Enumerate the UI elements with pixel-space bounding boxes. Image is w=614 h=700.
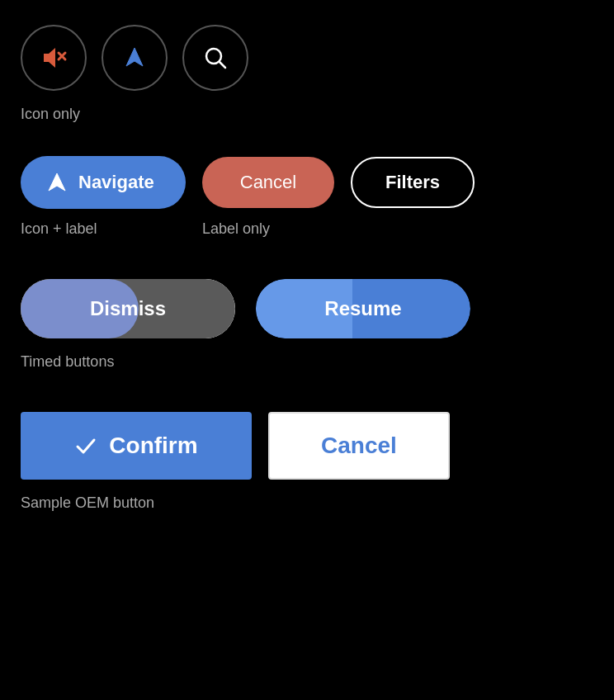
cancel-oem-button[interactable]: Cancel [268,412,450,480]
timed-row: Dismiss Resume [21,279,593,338]
cancel-red-button[interactable]: Cancel [202,157,334,208]
icon-only-row [21,25,593,91]
timed-label: Timed buttons [21,353,593,371]
section-timed: Dismiss Resume Timed buttons [21,279,593,371]
label-buttons-row: Navigate Cancel Filters [21,156,593,209]
filters-button[interactable]: Filters [351,157,475,208]
svg-marker-3 [126,48,143,66]
confirm-oem-button-label: Confirm [109,433,197,459]
search-icon [201,43,230,73]
navigate-button[interactable]: Navigate [21,156,186,209]
navigate-circle-button[interactable] [102,25,168,91]
section-oem: Confirm Cancel Sample OEM button [21,412,593,512]
oem-label: Sample OEM button [21,494,593,512]
section-labels: Navigate Cancel Filters Icon + label Lab… [21,156,593,238]
svg-line-5 [220,62,225,68]
checkmark-icon [74,434,97,457]
confirm-oem-button[interactable]: Confirm [21,412,252,480]
oem-row: Confirm Cancel [21,412,593,480]
navigate-button-label: Navigate [78,172,154,193]
resume-timed-button[interactable]: Resume [256,279,470,338]
search-circle-button[interactable] [182,25,248,91]
filters-button-label: Filters [385,172,440,192]
sublabel-icon-label: Icon + label [21,220,186,238]
navigate-btn-icon [45,171,68,194]
mute-button[interactable] [21,25,87,91]
cancel-oem-button-label: Cancel [321,433,397,459]
svg-marker-0 [44,48,55,68]
svg-marker-6 [49,173,65,191]
navigate-arrow-icon [120,43,149,73]
volume-mute-icon [39,43,68,73]
sublabels-row: Icon + label Label only [21,220,593,238]
dismiss-button-label: Dismiss [90,297,166,320]
section-icon-only: Icon only [21,25,593,123]
resume-button-label: Resume [324,297,401,320]
sublabel-label-only: Label only [202,220,270,238]
page-container: Icon only Navigate Cancel Filters Icon +… [0,0,614,537]
cancel-red-button-label: Cancel [240,172,296,192]
dismiss-timed-button[interactable]: Dismiss [21,279,235,338]
icon-only-label: Icon only [21,106,593,123]
